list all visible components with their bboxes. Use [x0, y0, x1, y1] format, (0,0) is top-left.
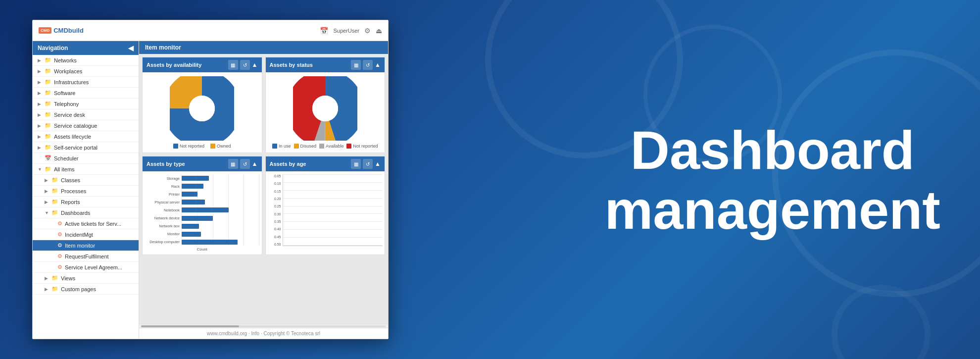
calendar-icon[interactable]: 📅 — [320, 27, 328, 35]
sidebar-item-assets-lifecycle[interactable]: ▶ 📁 Assets lifecycle — [33, 131, 139, 142]
sidebar-item-infrastructures[interactable]: ▶ 📁 Infrastructures — [33, 77, 139, 88]
age-y-label: 0.20 — [268, 197, 281, 201]
sidebar-label: Views — [61, 275, 75, 281]
sidebar-collapse-btn[interactable]: ◀ — [128, 44, 134, 52]
sidebar-item-request-fulfilment[interactable]: ▶ ⚙ RequestFulfilment — [33, 251, 139, 262]
arrow-icon: ▶ — [38, 123, 43, 128]
arrow-icon: ▶ — [38, 91, 43, 96]
sidebar-item-scheduler[interactable]: ▶ 📅 Scheduler — [33, 153, 139, 164]
sidebar-item-views[interactable]: ▶ 📁 Views — [33, 273, 139, 284]
settings-icon[interactable]: ⚙ — [364, 27, 371, 35]
collapse-btn[interactable]: ▲ — [375, 160, 381, 167]
chart-card-age: Assets by age ▦ ↺ ▲ — [265, 156, 386, 255]
sidebar-label: Active tickets for Serv... — [65, 221, 121, 227]
age-y-label: 0.15 — [268, 190, 281, 193]
table-view-btn[interactable]: ▦ — [228, 60, 238, 70]
chart-row-2: Assets by type ▦ ↺ ▲ — [142, 156, 385, 255]
hbar-fill — [182, 216, 213, 221]
svg-point-7 — [312, 96, 338, 121]
folder-icon: 📁 — [45, 111, 51, 118]
chart-header-type: Assets by type ▦ ↺ ▲ — [143, 156, 262, 171]
table-view-btn[interactable]: ▦ — [351, 60, 361, 70]
age-gridline — [283, 213, 383, 214]
sidebar-item-custom-pages[interactable]: ▶ 📁 Custom pages — [33, 284, 139, 295]
folder-icon: 📁 — [51, 199, 58, 205]
sidebar-label: Reports — [61, 199, 80, 205]
hbar-fill — [182, 184, 203, 189]
chart-icons: ▦ ↺ — [351, 159, 373, 169]
chart-card-status: Assets by status ▦ ↺ ▲ — [265, 57, 386, 153]
refresh-btn[interactable]: ↺ — [240, 60, 250, 70]
hbar-label: Physical server — [145, 200, 180, 205]
refresh-btn[interactable]: ↺ — [240, 159, 250, 169]
sidebar-item-software[interactable]: ▶ 📁 Software — [33, 88, 139, 99]
legend-label: Available — [326, 144, 343, 149]
user-label: SuperUser — [333, 28, 359, 34]
logout-icon[interactable]: ⏏ — [376, 27, 382, 35]
chart-title-status: Assets by status — [270, 62, 313, 68]
sidebar-item-processes[interactable]: ▶ 📁 Processes — [33, 186, 139, 197]
sidebar-item-incidentmgt[interactable]: ▶ ⚙ IncidentMgt — [33, 229, 139, 240]
age-gridline — [283, 245, 383, 246]
age-gridline — [283, 182, 383, 183]
sidebar-item-sla[interactable]: ▶ ⚙ Service Level Agreem... — [33, 262, 139, 273]
sidebar-label: Service Level Agreem... — [65, 264, 122, 270]
page-icon: ⚙ — [57, 253, 62, 259]
sidebar-item-item-monitor[interactable]: ▶ ⚙ Item monitor — [33, 240, 139, 251]
sidebar-item-reports[interactable]: ▶ 📁 Reports — [33, 197, 139, 207]
refresh-btn[interactable]: ↺ — [363, 60, 373, 70]
chart-icons: ▦ ↺ — [228, 159, 250, 169]
folder-icon: 📁 — [45, 166, 51, 172]
logo-box: CMD — [39, 27, 51, 34]
arrow-icon: ▶ — [45, 189, 49, 194]
sidebar: Navigation ◀ ▶ 📁 Networks ▶ 📁 Workplaces… — [33, 41, 139, 339]
sidebar-item-active-tickets[interactable]: ▶ ⚙ Active tickets for Serv... — [33, 218, 139, 229]
folder-icon: 📁 — [45, 57, 51, 63]
hbar-label: Notebook — [145, 208, 180, 212]
main-panel: Item monitor Assets by availability ▦ ↺ — [139, 41, 388, 339]
chart-title-type: Assets by type — [147, 161, 185, 167]
sidebar-content: ▶ 📁 Networks ▶ 📁 Workplaces ▶ 📁 Infrastr… — [33, 55, 139, 339]
collapse-btn[interactable]: ▲ — [252, 160, 258, 167]
hbar-row — [182, 232, 260, 237]
hbar-label: Network device — [145, 216, 180, 220]
refresh-btn[interactable]: ↺ — [363, 159, 373, 169]
scroll-thumb[interactable] — [141, 325, 239, 327]
sidebar-label: Custom pages — [61, 286, 96, 292]
arrow-icon: ▶ — [38, 102, 43, 106]
table-view-btn[interactable]: ▦ — [228, 159, 238, 169]
horizontal-scrollbar[interactable] — [139, 324, 388, 328]
sidebar-label: Processes — [61, 188, 86, 194]
legend-color — [319, 144, 324, 149]
hbar-label: Monitor — [145, 232, 180, 236]
legend-not-reported-status: Not reported — [346, 144, 378, 149]
folder-icon: 📁 — [51, 188, 58, 194]
sidebar-item-workplaces[interactable]: ▶ 📁 Workplaces — [33, 66, 139, 77]
age-grid — [283, 174, 383, 246]
legend-available: Available — [319, 144, 343, 149]
sidebar-item-telephony[interactable]: ▶ 📁 Telephony — [33, 99, 139, 109]
scroll-track[interactable] — [141, 325, 386, 327]
page-icon: ⚙ — [57, 220, 62, 227]
chart-title-age: Assets by age — [270, 161, 306, 167]
arrow-icon: ▶ — [38, 69, 43, 74]
sidebar-item-classes[interactable]: ▶ 📁 Classes — [33, 175, 139, 186]
sidebar-item-service-catalogue[interactable]: ▶ 📁 Service catalogue — [33, 120, 139, 131]
arrow-icon: ▶ — [45, 276, 49, 281]
sidebar-item-all-items[interactable]: ▼ 📁 All items — [33, 164, 139, 175]
folder-icon: 📁 — [51, 209, 58, 216]
hbar-main — [182, 174, 260, 246]
x-axis-label: Count — [145, 247, 260, 252]
sidebar-item-dashboards[interactable]: ▼ 📁 Dashboards — [33, 207, 139, 218]
age-gridline — [283, 190, 383, 191]
collapse-btn[interactable]: ▲ — [375, 61, 381, 68]
legend-color — [346, 144, 351, 149]
sidebar-item-networks[interactable]: ▶ 📁 Networks — [33, 55, 139, 66]
table-view-btn[interactable]: ▦ — [351, 159, 361, 169]
arrow-icon: ▶ — [38, 145, 43, 150]
sidebar-item-self-service[interactable]: ▶ 📁 Self-service portal — [33, 142, 139, 153]
hbar-y-axis: Storage Rack Printer Physical server Not… — [145, 174, 182, 246]
sidebar-label: Assets lifecycle — [54, 134, 91, 140]
sidebar-item-service-desk[interactable]: ▶ 📁 Service desk — [33, 109, 139, 120]
collapse-btn[interactable]: ▲ — [252, 61, 258, 68]
